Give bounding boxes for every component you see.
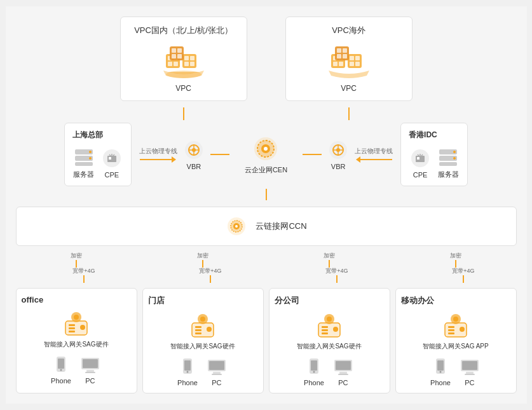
svg-rect-120 — [448, 326, 454, 328]
bw-label-0: 宽带+4G — [72, 268, 95, 275]
line-to-cen-seg — [210, 154, 229, 155]
svg-rect-24 — [350, 62, 354, 66]
office-sag-label: 智能接入网关SAG硬件 — [44, 340, 108, 349]
svg-rect-58 — [417, 157, 419, 160]
svg-point-126 — [440, 371, 442, 372]
svg-rect-12 — [172, 48, 176, 53]
bw-label-2: 宽带+4G — [325, 268, 348, 275]
svg-point-104 — [327, 317, 332, 322]
encrypt-label-1: 加密 — [197, 252, 208, 260]
svg-point-50 — [264, 147, 268, 151]
svg-rect-107 — [322, 332, 328, 334]
branch-connectors: 加密 宽带+4G 加密 宽带+4G 加密 宽带+4G — [16, 252, 517, 282]
svg-rect-129 — [466, 372, 474, 374]
svg-rect-106 — [322, 329, 328, 331]
line-from-cen-seg — [303, 154, 322, 155]
store-phone: Phone — [177, 357, 198, 386]
dashed-2a — [329, 260, 330, 268]
branch-office-title: office — [22, 295, 132, 304]
subsidiary-devices: Phone PC — [275, 357, 385, 386]
svg-rect-130 — [465, 374, 475, 375]
branch-mobile: 移动办公 智能接入网关SAG APP — [395, 288, 517, 393]
phone-icon-office — [52, 355, 70, 376]
arrow-head-left — [356, 156, 360, 163]
mobile-phone: Phone — [430, 357, 451, 386]
mobile-phone-label: Phone — [430, 379, 451, 386]
hongkong-icons: CPE 服务器 — [409, 146, 460, 179]
svg-rect-4 — [168, 62, 172, 66]
encrypt-label-0: 加密 — [71, 252, 82, 260]
cen-ccn-line — [266, 189, 267, 200]
subsidiary-phone: Phone — [304, 357, 324, 386]
svg-rect-77 — [69, 331, 75, 332]
dashed-1b — [210, 275, 211, 283]
server-label: 服务器 — [73, 170, 94, 179]
svg-point-111 — [313, 371, 315, 372]
svg-rect-110 — [311, 360, 317, 371]
store-pc-label: PC — [212, 379, 221, 386]
vpc-domestic-title: VPC国内（北/上/杭/张北） — [133, 25, 234, 36]
hongkong-arrow — [356, 156, 392, 163]
pc-icon-office — [79, 355, 102, 376]
subsidiary-phone-label: Phone — [304, 379, 324, 386]
phone-icon-mobile — [432, 357, 449, 378]
vpc-overseas-icon — [324, 41, 374, 79]
dashed-0a — [76, 260, 77, 268]
bw-label-3: 宽带+4G — [452, 268, 474, 275]
hongkong-title: 香港IDC — [409, 130, 460, 140]
vpc-domestic-line — [183, 107, 184, 120]
svg-point-46 — [192, 148, 196, 152]
branch-conn-inner-0: 加密 宽带+4G — [57, 252, 95, 282]
branch-subsidiary-title: 分公司 — [275, 295, 385, 306]
dashed-0b — [83, 275, 85, 283]
svg-rect-22 — [350, 56, 354, 60]
shanghai-arrow — [140, 156, 176, 163]
hk-cpe: CPE — [409, 147, 432, 179]
svg-rect-30 — [343, 54, 347, 58]
branch-mobile-title: 移动办公 — [401, 295, 511, 306]
office-phone-label: Phone — [51, 377, 71, 385]
vbr-left-label: VBR — [187, 163, 201, 170]
branch-subsidiary: 分公司 智能接入网关SAG硬件 — [269, 288, 390, 393]
hongkong-line-conn: 上云物理专线 — [355, 147, 393, 163]
branch-conn-0: 加密 宽带+4G — [16, 252, 137, 282]
vpc-row: VPC国内（北/上/杭/张北） — [16, 17, 517, 101]
svg-rect-27 — [337, 48, 341, 53]
bw-label-1: 宽带+4G — [199, 268, 221, 275]
store-sag-label: 智能接入网关SAG硬件 — [170, 342, 235, 351]
dashed-3a — [455, 260, 456, 268]
svg-rect-5 — [174, 62, 178, 66]
svg-rect-75 — [69, 324, 75, 326]
svg-point-34 — [89, 151, 92, 153]
vbr-right-icon — [327, 139, 350, 161]
svg-rect-23 — [355, 56, 360, 60]
vpc-domestic-icon — [158, 41, 209, 79]
branch-conn-inner-2: 加密 宽带+4G — [310, 252, 348, 282]
svg-rect-105 — [322, 326, 328, 328]
svg-rect-121 — [448, 329, 454, 331]
dashed-1a — [202, 260, 203, 268]
line-from-cen — [303, 154, 322, 155]
branch-conn-inner-1: 加密 宽带+4G — [184, 252, 221, 282]
bottom-row: office 智能接入网关SAG硬件 — [16, 288, 517, 393]
mobile-sag-label: 智能接入网关SAG APP — [423, 342, 488, 351]
shanghai-box: 上海总部 服务器 — [64, 123, 132, 186]
svg-rect-92 — [195, 332, 201, 334]
hk-server: 服务器 — [437, 146, 460, 179]
office-phone: Phone — [51, 355, 71, 385]
line-seg2 — [360, 159, 392, 160]
shanghai-line-conn: 上云物理专线 — [139, 147, 177, 163]
svg-rect-13 — [177, 48, 182, 53]
svg-rect-80 — [58, 359, 64, 369]
middle-row: 上海总部 服务器 — [16, 123, 517, 186]
svg-point-119 — [453, 317, 458, 322]
mobile-sag: 智能接入网关SAG APP — [401, 311, 511, 351]
svg-rect-85 — [85, 372, 95, 373]
shanghai-title: 上海总部 — [72, 130, 123, 140]
svg-rect-28 — [343, 48, 347, 53]
svg-rect-33 — [75, 162, 93, 166]
svg-point-108 — [333, 327, 338, 332]
svg-point-55 — [336, 148, 340, 152]
office-pc-label: PC — [85, 377, 95, 385]
line-to-cen — [210, 154, 229, 155]
